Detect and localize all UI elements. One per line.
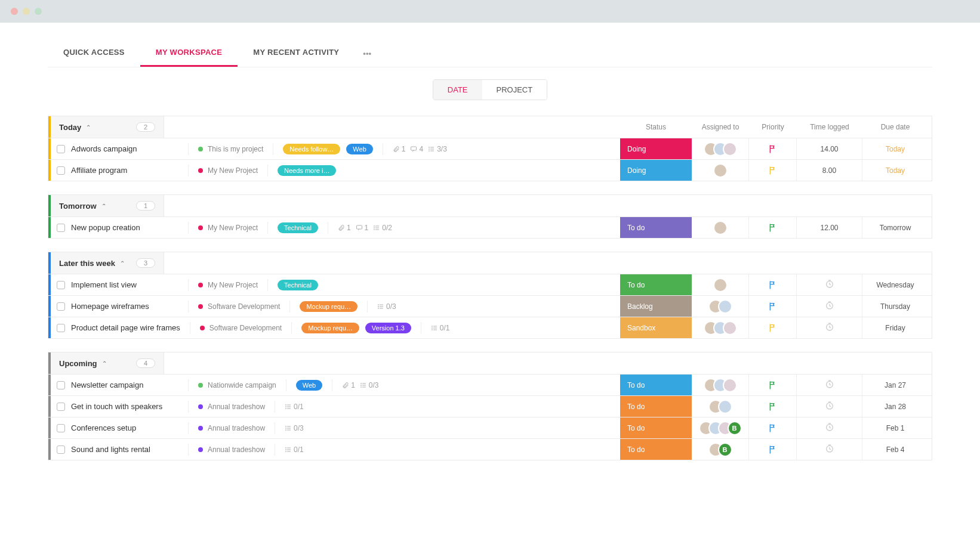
task-checkbox[interactable]	[57, 281, 65, 289]
due-date-cell[interactable]: Wednesday	[862, 274, 928, 295]
task-checkbox[interactable]	[57, 424, 65, 432]
comments-count[interactable]: 1	[356, 224, 369, 232]
task-label-badge[interactable]: Version 1.3	[365, 323, 411, 333]
attachments-count[interactable]: 1	[393, 145, 406, 153]
task-project[interactable]: Annual tradeshow	[198, 424, 265, 432]
task-label-badge[interactable]: Technical	[278, 222, 318, 233]
tab-my-workspace[interactable]: MY WORKSPACE	[140, 39, 238, 67]
task-row[interactable]: Conferences setup Annual tradeshow 0/3 T…	[48, 417, 932, 439]
task-project[interactable]: Annual tradeshow	[198, 445, 265, 454]
assigned-cell[interactable]	[692, 396, 749, 417]
section-toggle[interactable]: Later this week ⌃ 3	[51, 252, 164, 274]
priority-cell[interactable]	[749, 138, 797, 159]
task-row[interactable]: New popup creation My New Project Techni…	[48, 217, 932, 239]
priority-cell[interactable]	[749, 296, 797, 317]
task-checkbox[interactable]	[57, 445, 65, 454]
clock-icon[interactable]	[825, 444, 834, 455]
subtasks-count[interactable]: 0/1	[285, 445, 304, 454]
avatar[interactable]	[718, 299, 732, 314]
clock-icon[interactable]	[825, 279, 834, 290]
status-cell[interactable]: Doing	[620, 138, 692, 159]
task-row[interactable]: Implement list view My New Project Techn…	[48, 274, 932, 296]
task-row[interactable]: Get in touch with speakers Annual trades…	[48, 396, 932, 417]
task-checkbox[interactable]	[57, 403, 65, 411]
assigned-cell[interactable]	[692, 138, 749, 159]
clock-icon[interactable]	[825, 422, 834, 434]
clock-icon[interactable]	[825, 379, 834, 391]
time-logged-cell[interactable]	[797, 417, 862, 438]
subtasks-count[interactable]: 0/3	[377, 302, 396, 311]
priority-cell[interactable]	[749, 160, 797, 181]
task-name[interactable]: Get in touch with speakers	[71, 402, 178, 411]
avatar[interactable]	[713, 221, 728, 235]
due-date-cell[interactable]: Tomorrow	[862, 217, 928, 238]
task-label-badge[interactable]: Mockup requ…	[300, 301, 358, 312]
subtasks-count[interactable]: 0/1	[285, 403, 304, 411]
priority-cell[interactable]	[749, 274, 797, 295]
assigned-cell[interactable]	[692, 317, 749, 338]
due-date-cell[interactable]: Feb 1	[862, 417, 928, 438]
task-checkbox[interactable]	[57, 381, 65, 389]
status-cell[interactable]: To do	[620, 217, 692, 238]
subtasks-count[interactable]: 0/2	[373, 224, 392, 232]
task-label-badge[interactable]: Technical	[278, 280, 318, 290]
time-logged-cell[interactable]	[797, 375, 862, 395]
status-cell[interactable]: Doing	[620, 160, 692, 181]
time-logged-cell[interactable]	[797, 274, 862, 295]
time-logged-cell[interactable]	[797, 296, 862, 317]
avatar[interactable]	[723, 321, 737, 335]
avatar[interactable]	[718, 400, 732, 414]
time-logged-cell[interactable]: 8.00	[797, 160, 862, 181]
task-project[interactable]: This is my project	[198, 145, 263, 153]
clock-icon[interactable]	[825, 301, 834, 312]
priority-cell[interactable]	[749, 417, 797, 438]
avatar[interactable]	[713, 163, 728, 178]
maximize-window-icon[interactable]	[35, 8, 42, 15]
due-date-cell[interactable]: Feb 4	[862, 439, 928, 460]
attachments-count[interactable]: 1	[338, 224, 351, 232]
status-cell[interactable]: To do	[620, 274, 692, 295]
task-project[interactable]: Software Development	[200, 324, 282, 332]
due-date-cell[interactable]: Thursday	[862, 296, 928, 317]
priority-cell[interactable]	[749, 396, 797, 417]
task-row[interactable]: Newsletter campaign Nationwide campaign …	[48, 375, 932, 396]
due-date-cell[interactable]: Today	[862, 160, 928, 181]
time-logged-cell[interactable]: 14.00	[797, 138, 862, 159]
due-date-cell[interactable]: Today	[862, 138, 928, 159]
task-name[interactable]: Product detail page wire frames	[71, 323, 180, 332]
view-by-project-button[interactable]: PROJECT	[482, 80, 547, 100]
task-name[interactable]: New popup creation	[71, 223, 178, 232]
task-row[interactable]: Adwords campaign This is my project Need…	[48, 138, 932, 160]
priority-cell[interactable]	[749, 375, 797, 395]
assigned-cell[interactable]	[692, 274, 749, 295]
task-name[interactable]: Adwords campaign	[71, 144, 178, 153]
status-cell[interactable]: To do	[620, 417, 692, 438]
clock-icon[interactable]	[825, 401, 834, 412]
avatar-initial[interactable]: B	[728, 421, 742, 435]
priority-cell[interactable]	[749, 217, 797, 238]
subtasks-count[interactable]: 0/1	[431, 324, 450, 332]
due-date-cell[interactable]: Friday	[862, 317, 928, 338]
task-name[interactable]: Homepage wireframes	[71, 302, 178, 311]
view-by-date-button[interactable]: DATE	[433, 80, 482, 100]
tabs-more-icon[interactable]: •••	[355, 41, 380, 66]
minimize-window-icon[interactable]	[23, 8, 30, 15]
task-project[interactable]: My New Project	[198, 281, 258, 289]
task-name[interactable]: Conferences setup	[71, 423, 178, 432]
task-name[interactable]: Affiliate program	[71, 166, 178, 175]
task-checkbox[interactable]	[57, 302, 65, 311]
tab-my-recent-activity[interactable]: MY RECENT ACTIVITY	[238, 39, 355, 67]
task-checkbox[interactable]	[57, 145, 65, 153]
status-cell[interactable]: To do	[620, 396, 692, 417]
task-label-badge[interactable]: Mockup requ…	[301, 323, 359, 333]
avatar[interactable]	[723, 142, 737, 156]
priority-cell[interactable]	[749, 439, 797, 460]
task-project[interactable]: Nationwide campaign	[198, 381, 276, 389]
section-toggle[interactable]: Tomorrow ⌃ 1	[51, 195, 164, 216]
assigned-cell[interactable]: B	[692, 439, 749, 460]
subtasks-count[interactable]: 0/3	[360, 381, 379, 389]
avatar-initial[interactable]: B	[718, 443, 732, 457]
assigned-cell[interactable]	[692, 217, 749, 238]
time-logged-cell[interactable]	[797, 396, 862, 417]
task-label-badge[interactable]: Web	[296, 380, 322, 391]
